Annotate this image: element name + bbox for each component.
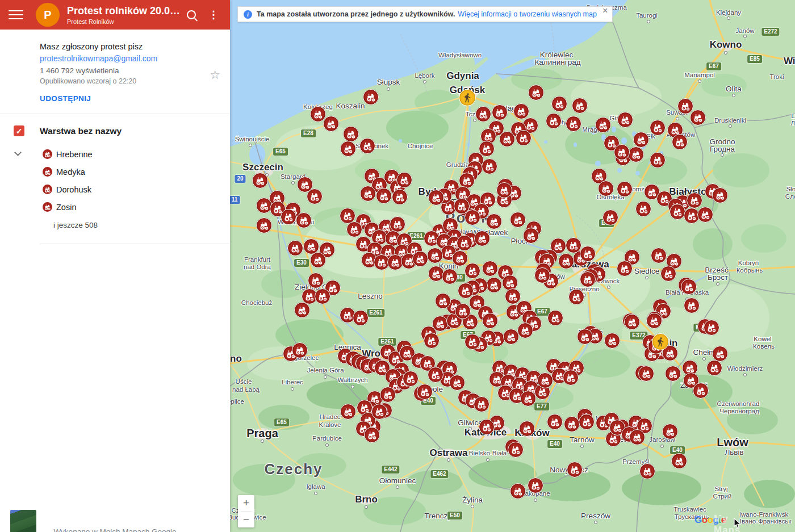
- protest-tractor-marker[interactable]: [547, 414, 563, 430]
- protest-tractor-marker[interactable]: [496, 182, 512, 198]
- protest-tractor-marker[interactable]: [360, 186, 376, 202]
- protest-tractor-marker[interactable]: [579, 414, 595, 430]
- protest-tractor-marker[interactable]: [638, 366, 654, 382]
- protest-tractor-marker[interactable]: [690, 110, 706, 125]
- protest-tractor-marker[interactable]: [252, 173, 268, 188]
- protest-tractor-marker[interactable]: [629, 429, 645, 445]
- protest-tractor-marker[interactable]: [380, 387, 396, 403]
- protest-tractor-marker[interactable]: [390, 216, 405, 232]
- protest-tractor-marker[interactable]: [256, 217, 272, 233]
- protest-tractor-marker[interactable]: [465, 263, 480, 279]
- protest-tractor-marker[interactable]: [660, 266, 676, 282]
- protest-tractor-marker[interactable]: [427, 248, 443, 263]
- protest-tractor-marker[interactable]: [449, 375, 465, 391]
- protest-tractor-marker[interactable]: [712, 346, 728, 362]
- protest-tractor-marker[interactable]: [510, 212, 526, 228]
- menu-icon[interactable]: [9, 7, 23, 22]
- protest-tractor-marker[interactable]: [412, 251, 428, 267]
- zoom-in-button[interactable]: +: [238, 495, 254, 511]
- banner-learn-more-link[interactable]: Więcej informacji o tworzeniu własnych m…: [458, 10, 597, 18]
- protest-tractor-marker[interactable]: [580, 246, 596, 262]
- protest-tractor-marker[interactable]: [684, 298, 700, 313]
- protest-tractor-marker[interactable]: [340, 404, 356, 420]
- protest-tractor-marker[interactable]: [479, 419, 495, 435]
- protest-tractor-marker[interactable]: [672, 134, 688, 150]
- protest-tractor-marker[interactable]: [417, 384, 433, 400]
- protest-tractor-marker[interactable]: [482, 261, 498, 277]
- protest-tractor-marker[interactable]: [681, 279, 697, 295]
- protest-tractor-marker[interactable]: [457, 235, 472, 251]
- protest-tractor-marker[interactable]: [465, 210, 480, 225]
- protest-tractor-marker[interactable]: [364, 427, 380, 443]
- protest-tractor-marker[interactable]: [534, 267, 550, 283]
- protest-tractor-marker[interactable]: [340, 141, 356, 157]
- protest-tractor-marker[interactable]: [343, 126, 359, 142]
- protest-tractor-marker[interactable]: [628, 146, 644, 162]
- basemap-thumbnail[interactable]: [10, 510, 36, 532]
- layer-item[interactable]: Zosin: [0, 198, 230, 216]
- protest-tractor-marker[interactable]: [442, 269, 458, 284]
- protest-tractor-marker[interactable]: [510, 483, 526, 499]
- protest-tractor-marker[interactable]: [465, 334, 480, 350]
- layer-item[interactable]: Hrebenne: [0, 145, 230, 163]
- protest-tractor-marker[interactable]: [517, 322, 533, 338]
- protest-tractor-marker[interactable]: [499, 131, 515, 147]
- protest-tractor-marker[interactable]: [551, 96, 567, 112]
- pedestrian-protest-marker[interactable]: [652, 333, 669, 350]
- protest-tractor-marker[interactable]: [513, 103, 529, 119]
- protest-tractor-marker[interactable]: [635, 201, 651, 217]
- protest-tractor-marker[interactable]: [566, 116, 581, 132]
- protest-tractor-marker[interactable]: [475, 106, 491, 122]
- protest-tractor-marker[interactable]: [486, 213, 502, 229]
- protest-tractor-marker[interactable]: [706, 360, 722, 376]
- protest-tractor-marker[interactable]: [474, 396, 489, 412]
- protest-tractor-marker[interactable]: [482, 158, 497, 174]
- protest-tractor-marker[interactable]: [671, 453, 687, 469]
- protest-tractor-marker[interactable]: [677, 98, 693, 114]
- protest-tractor-marker[interactable]: [693, 383, 709, 399]
- protest-tractor-marker[interactable]: [455, 303, 471, 319]
- protest-tractor-marker[interactable]: [392, 189, 408, 205]
- protest-tractor-marker[interactable]: [568, 289, 584, 305]
- protest-tractor-marker[interactable]: [516, 130, 532, 146]
- protest-tractor-marker[interactable]: [435, 293, 451, 309]
- protest-tractor-marker[interactable]: [604, 333, 620, 349]
- protest-tractor-marker[interactable]: [359, 138, 375, 154]
- protest-tractor-marker[interactable]: [563, 370, 579, 386]
- protest-tractor-marker[interactable]: [294, 302, 310, 318]
- protest-tractor-marker[interactable]: [598, 181, 614, 196]
- protest-tractor-marker[interactable]: [508, 442, 524, 458]
- protest-tractor-marker[interactable]: [296, 212, 312, 228]
- protest-tractor-marker[interactable]: [572, 98, 588, 114]
- protest-tractor-marker[interactable]: [537, 372, 553, 388]
- protest-tractor-marker[interactable]: [617, 181, 633, 197]
- map-canvas[interactable]: SzyłokarczmaTaurogiKiejdanyJanówKownoWil…: [230, 0, 795, 532]
- protest-tractor-marker[interactable]: [486, 277, 502, 293]
- layer-item[interactable]: Dorohusk: [0, 181, 230, 198]
- protest-tractor-marker[interactable]: [424, 333, 440, 349]
- protest-tractor-marker[interactable]: [546, 113, 562, 129]
- protest-tractor-marker[interactable]: [528, 85, 544, 100]
- zoom-out-button[interactable]: −: [238, 512, 254, 527]
- protest-tractor-marker[interactable]: [566, 237, 581, 253]
- close-icon[interactable]: ×: [602, 6, 608, 15]
- protest-tractor-marker[interactable]: [308, 273, 324, 288]
- share-button[interactable]: UDOSTĘPNIJ: [40, 94, 91, 103]
- protest-tractor-marker[interactable]: [577, 329, 593, 345]
- protest-tractor-marker[interactable]: [353, 310, 369, 326]
- star-icon[interactable]: ☆: [210, 68, 220, 82]
- pedestrian-protest-marker[interactable]: [459, 89, 476, 106]
- protest-tractor-marker[interactable]: [482, 313, 498, 329]
- protest-tractor-marker[interactable]: [452, 250, 468, 266]
- protest-tractor-marker[interactable]: [633, 132, 649, 148]
- layer-item[interactable]: Medyka: [0, 163, 230, 181]
- protest-tractor-marker[interactable]: [595, 117, 611, 133]
- search-icon[interactable]: [187, 10, 196, 19]
- protest-tractor-marker[interactable]: [307, 188, 323, 204]
- more-items-link[interactable]: i jeszcze 508: [0, 216, 230, 234]
- protest-tractor-marker[interactable]: [528, 477, 543, 493]
- protest-tractor-marker[interactable]: [580, 271, 596, 287]
- protest-tractor-marker[interactable]: [712, 187, 728, 203]
- protest-tractor-marker[interactable]: [428, 190, 444, 206]
- protest-tractor-marker[interactable]: [281, 209, 296, 225]
